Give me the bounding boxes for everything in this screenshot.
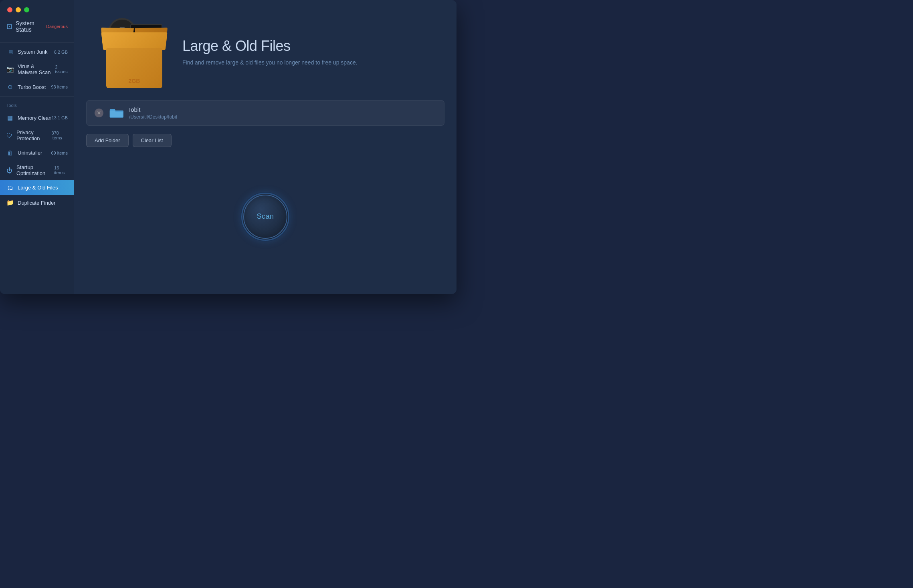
- sidebar-item-uninstaller[interactable]: 🗑 Uninstaller 69 items: [0, 145, 74, 160]
- scan-button[interactable]: Scan: [241, 193, 289, 241]
- sidebar-item-startup-optimization-label: Startup Optimization: [16, 164, 54, 176]
- sidebar-item-privacy-protection-badge: 370 items: [52, 131, 68, 140]
- sidebar: ⊡ System Status Dangerous 🖥 System Junk …: [0, 0, 74, 294]
- sidebar-item-turbo-boost[interactable]: ⊙ Turbo Boost 93 items: [0, 79, 74, 95]
- hero-subtitle: Find and remove large & old files you no…: [182, 58, 436, 67]
- scan-section: Scan: [74, 155, 456, 294]
- sidebar-item-startup-optimization-left: ⏻ Startup Optimization: [6, 164, 54, 176]
- sidebar-item-virus-malware-label: Virus & Malware Scan: [18, 63, 55, 75]
- sidebar-item-virus-malware-badge: 2 issues: [55, 64, 68, 74]
- hero-section: Large & Old Files Find and remove large …: [74, 0, 456, 100]
- clear-list-button[interactable]: Clear List: [133, 134, 172, 147]
- sidebar-item-turbo-boost-label: Turbo Boost: [18, 84, 46, 90]
- scan-button-label: Scan: [257, 212, 274, 221]
- sidebar-item-duplicate-finder[interactable]: 📁 Duplicate Finder: [0, 195, 74, 210]
- system-status-left: ⊡ System Status: [6, 20, 46, 33]
- folder-section: Iobit /Users/tll/Desktop/Iobit: [74, 100, 456, 126]
- sidebar-item-virus-malware[interactable]: 📷 Virus & Malware Scan 2 issues: [0, 59, 74, 79]
- duplicate-icon: 📁: [6, 199, 14, 206]
- large-files-icon: 🗂: [6, 184, 14, 191]
- tools-section-label: Tools: [0, 98, 74, 110]
- folder-name: Iobit: [129, 106, 436, 113]
- dangerous-badge: Dangerous: [46, 24, 68, 29]
- box-body: [106, 48, 162, 88]
- monitor-icon: 🖥: [6, 48, 14, 55]
- sidebar-item-large-old-files-left: 🗂 Large & Old Files: [6, 184, 58, 191]
- system-status-section[interactable]: ⊡ System Status Dangerous: [0, 20, 74, 41]
- sidebar-item-uninstaller-label: Uninstaller: [18, 150, 42, 156]
- system-status-icon: ⊡: [6, 22, 12, 31]
- sidebar-item-privacy-protection-left: 🛡 Privacy Protection: [6, 129, 52, 141]
- folder-path: /Users/tll/Desktop/Iobit: [129, 114, 436, 120]
- sidebar-item-system-junk-badge: 6.2 GB: [54, 50, 68, 54]
- sidebar-item-memory-clean-badge: 13.1 GB: [52, 115, 68, 120]
- uninstaller-icon: 🗑: [6, 149, 14, 156]
- folder-info: Iobit /Users/tll/Desktop/Iobit: [129, 106, 436, 120]
- sidebar-item-large-old-files[interactable]: 🗂 Large & Old Files: [0, 180, 74, 195]
- sidebar-item-memory-clean-label: Memory Clean: [18, 115, 52, 121]
- sidebar-item-virus-malware-left: 📷 Virus & Malware Scan: [6, 63, 55, 75]
- hero-text: Large & Old Files Find and remove large …: [182, 38, 436, 67]
- startup-icon: ⏻: [6, 167, 12, 174]
- sidebar-item-startup-optimization[interactable]: ⏻ Startup Optimization 16 items: [0, 160, 74, 180]
- sidebar-item-memory-clean[interactable]: ▦ Memory Clean 13.1 GB: [0, 110, 74, 125]
- sidebar-item-system-junk-label: System Junk: [18, 49, 47, 55]
- add-folder-button[interactable]: Add Folder: [86, 134, 129, 147]
- sidebar-item-memory-clean-left: ▦ Memory Clean: [6, 114, 52, 121]
- sidebar-item-duplicate-finder-left: 📁 Duplicate Finder: [6, 199, 56, 206]
- action-buttons: Add Folder Clear List: [74, 134, 456, 147]
- sidebar-item-uninstaller-badge: 69 items: [51, 151, 68, 155]
- hero-title: Large & Old Files: [182, 38, 436, 54]
- folder-icon: [109, 107, 123, 119]
- virus-icon: 📷: [6, 66, 14, 73]
- sidebar-item-duplicate-finder-label: Duplicate Finder: [18, 200, 56, 206]
- close-button[interactable]: [7, 7, 12, 12]
- sidebar-item-uninstaller-left: 🗑 Uninstaller: [6, 149, 42, 156]
- sidebar-item-turbo-boost-badge: 93 items: [51, 85, 68, 89]
- sidebar-item-turbo-boost-left: ⊙ Turbo Boost: [6, 83, 46, 91]
- sidebar-divider-top: [0, 42, 74, 43]
- traffic-lights: [7, 7, 29, 12]
- sidebar-item-system-junk[interactable]: 🖥 System Junk 6.2 GB: [0, 44, 74, 59]
- large-files-illustration: [98, 16, 170, 88]
- folder-item-row: Iobit /Users/tll/Desktop/Iobit: [86, 100, 444, 126]
- system-status-label: System Status: [16, 20, 46, 33]
- boost-icon: ⊙: [6, 83, 14, 91]
- shield-icon: 🛡: [6, 132, 12, 139]
- sidebar-item-privacy-protection[interactable]: 🛡 Privacy Protection 370 items: [0, 125, 74, 145]
- minimize-button[interactable]: [16, 7, 21, 12]
- sidebar-item-startup-optimization-badge: 16 items: [54, 165, 68, 175]
- maximize-button[interactable]: [24, 7, 29, 12]
- sidebar-divider-tools: [0, 96, 74, 97]
- sidebar-item-large-old-files-label: Large & Old Files: [18, 185, 58, 191]
- memory-icon: ▦: [6, 114, 14, 121]
- main-content: Large & Old Files Find and remove large …: [74, 0, 456, 294]
- sidebar-item-system-junk-left: 🖥 System Junk: [6, 48, 47, 55]
- remove-folder-button[interactable]: [95, 109, 103, 117]
- sidebar-item-privacy-protection-label: Privacy Protection: [16, 129, 52, 141]
- box-lid: [101, 32, 167, 50]
